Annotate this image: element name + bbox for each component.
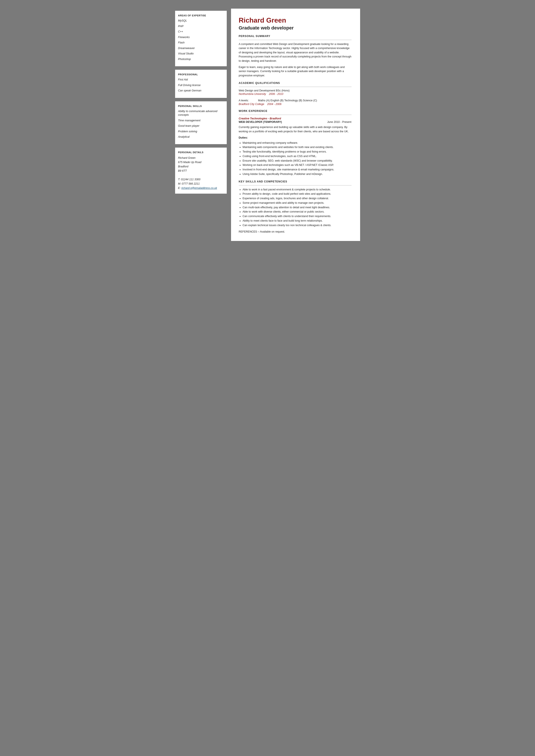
work-description: Currently gaining experience and buildin… — [239, 125, 352, 134]
candidate-job-title: Graduate web developer — [239, 25, 352, 31]
list-item: Some project management skills and abili… — [243, 201, 352, 205]
alevels-institution-line: Bradford City College 2004 - 2006 — [239, 103, 352, 106]
skill-photoshop: Photoshop — [178, 57, 224, 61]
list-item: Using Adobe Suite, specifically Photosho… — [243, 172, 352, 176]
professional-title: PROFESSIONAL — [178, 73, 224, 76]
work-divider — [239, 115, 352, 115]
pd-name: Richard Green — [178, 156, 196, 159]
personal-skills-section: PERSONAL SKILLS Ability to communicate a… — [175, 101, 227, 144]
alevels-subjects: Maths (A) English (B) Technology (B) Sci… — [258, 98, 317, 103]
list-item: Coding using front-end technologies, suc… — [243, 154, 352, 158]
list-item: Maintaining and enhancing company softwa… — [243, 141, 352, 145]
personal-details-section: PERSONAL DETAILS Richard Green 675 Made … — [175, 148, 227, 194]
pskill-time: Time management — [178, 119, 224, 123]
pd-email-label: E: — [178, 186, 181, 189]
skill-mysql: MySQL — [178, 19, 224, 23]
pskill-communicate: Ability to communicate advanced concepts — [178, 109, 224, 117]
academic-divider — [239, 87, 352, 87]
edu-block-alevels: A levels: Maths (A) English (B) Technolo… — [239, 98, 352, 106]
skill-php: PHP — [178, 24, 224, 28]
summary-p1: A competent and committed Web Design and… — [239, 42, 352, 63]
skill-cpp: C++ — [178, 30, 224, 34]
pd-addr2: Bradford — [178, 165, 188, 168]
list-item: Involved in front-end design, site maint… — [243, 168, 352, 172]
list-item: Working on back-end technologies such as… — [243, 163, 352, 167]
degree-institution: Northumbria University — [239, 93, 266, 96]
list-item: Experience of creating ads, logos, broch… — [243, 196, 352, 201]
list-item: Ability to meet clients face to face and… — [243, 219, 352, 223]
alevels-line: A levels: Maths (A) English (B) Technolo… — [239, 98, 352, 103]
pskill-team: Good team player — [178, 124, 224, 128]
skill-flash: Flash — [178, 41, 224, 45]
pd-phone-m: M: 0777 566 2211 — [178, 182, 200, 185]
list-item: Ensure site usability, SEO, web standard… — [243, 159, 352, 163]
degree-title: Web Design and Development BSc (Hons) — [239, 89, 352, 92]
list-item: Can multi-task effectively, pay attentio… — [243, 206, 352, 210]
pd-phone-t: T: 01244 111 3300 — [178, 178, 201, 181]
prof-firstaid: First Aid — [178, 78, 224, 82]
areas-of-expertise-section: AREAS OF EXPERTISE MySQL PHP C++ Firewor… — [175, 11, 227, 66]
pd-addr1: 675 Made Up Road — [178, 161, 201, 164]
degree-years: 2006 - 2010 — [269, 93, 283, 96]
key-skills-divider — [239, 185, 352, 185]
list-item: Maintaining web components and websites … — [243, 145, 352, 149]
alevels-institution: Bradford City College — [239, 103, 265, 106]
personal-details-title: PERSONAL DETAILS — [178, 151, 224, 154]
alevels-label: A levels: — [239, 99, 254, 102]
prof-german: Can speak German — [178, 89, 224, 93]
work-role: WEB DEVELOPER (TEMPORARY) — [239, 121, 282, 124]
list-item: Able to work in a fast paced environment… — [243, 188, 352, 192]
duties-label: Duties: — [239, 136, 352, 140]
key-skills-heading: KEY SKILLS AND COMPETENCIES — [239, 180, 352, 183]
candidate-name: Richard Green — [239, 16, 352, 24]
references-text: REFERENCES – Available on request. — [239, 230, 352, 233]
main-content: Richard Green Graduate web developer PER… — [231, 9, 360, 241]
pd-addr3: B9 6TT — [178, 169, 187, 172]
pskill-analytical: Analytical — [178, 135, 224, 139]
list-item: Able to work with diverse clients, eithe… — [243, 210, 352, 214]
duties-list: Maintaining and enhancing company softwa… — [243, 141, 352, 176]
alevels-years: 2004 - 2006 — [267, 103, 282, 106]
list-item: Proven ability to design, code and build… — [243, 192, 352, 196]
skill-fireworks: Fireworks — [178, 36, 224, 40]
degree-institution-line: Northumbria University 2006 - 2010 — [239, 93, 352, 96]
list-item: Can communicate effectively with clients… — [243, 214, 352, 218]
areas-of-expertise-title: AREAS OF EXPERTISE — [178, 14, 224, 17]
prof-driving: Full Driving license — [178, 83, 224, 87]
key-skills-list: Able to work in a fast paced environment… — [243, 188, 352, 227]
skill-visualstudio: Visual Studio — [178, 52, 224, 56]
list-item: Can explain technical issues clearly too… — [243, 223, 352, 227]
resume-container: AREAS OF EXPERTISE MySQL PHP C++ Firewor… — [175, 9, 360, 241]
work-date: June 2010 - Present — [327, 121, 352, 124]
professional-section: PROFESSIONAL First Aid Full Driving lice… — [175, 70, 227, 98]
work-title-line: WEB DEVELOPER (TEMPORARY) June 2010 - Pr… — [239, 121, 352, 124]
skill-dreamweaver: Dreamweaver — [178, 46, 224, 50]
personal-details-info: Richard Green 675 Made Up Road Bradford … — [178, 156, 224, 190]
personal-summary-heading: PERSONAL SUMMARY — [239, 35, 352, 38]
sidebar: AREAS OF EXPERTISE MySQL PHP C++ Firewor… — [175, 9, 227, 241]
work-company: Creative Technologies - Bradford — [239, 117, 352, 120]
summary-p2: Eager to learn, easy going by nature and… — [239, 65, 352, 78]
work-experience-heading: WORK EXPERIENCE — [239, 109, 352, 113]
personal-skills-title: PERSONAL SKILLS — [178, 105, 224, 107]
edu-block-degree: Web Design and Development BSc (Hons) No… — [239, 89, 352, 96]
pskill-problem: Problem solving — [178, 130, 224, 134]
list-item: Testing site functionality, identifying … — [243, 150, 352, 154]
pd-email-link[interactable]: richard.g@emaladdress.co.uk — [181, 186, 217, 189]
academic-heading: ACADEMIC QUALIFICATIONS — [239, 82, 352, 85]
